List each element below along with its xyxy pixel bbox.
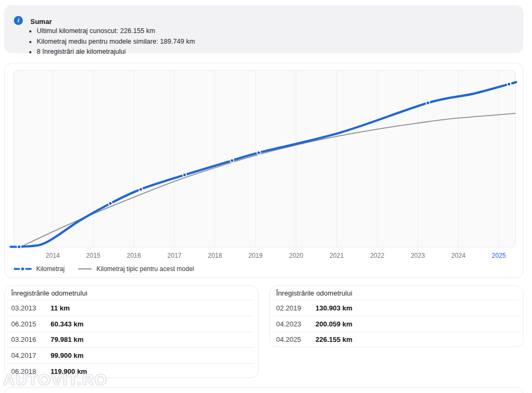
- table-body: 02.2019130.903 km04.2023200.059 km04.202…: [270, 300, 523, 347]
- summary-card: i Sumar Ultimul kilometraj cunoscut: 226…: [4, 5, 523, 53]
- summary-item: 8 înregistrări ale kilometrajului: [37, 48, 195, 56]
- mileage-chart[interactable]: [5, 63, 524, 279]
- x-axis-tick-2025: 2025: [487, 252, 511, 259]
- data-point-04.2017[interactable]: [183, 173, 187, 177]
- x-axis-tick-2014: 2014: [41, 252, 64, 259]
- table-row: 06.201560.343 km: [9, 316, 254, 332]
- x-axis-tick-2016: 2016: [122, 252, 146, 259]
- row-value: 99.900 km: [51, 351, 84, 359]
- x-axis-tick-2023: 2023: [406, 252, 429, 259]
- x-axis-tick-2015: 2015: [81, 252, 105, 259]
- summary-list: Ultimul kilometraj cunoscut: 226.155 kmK…: [29, 27, 195, 59]
- table-row: 02.2019130.903 km: [273, 300, 519, 316]
- summary-title: Sumar: [30, 18, 52, 26]
- legend-label: Kilometraj: [36, 265, 64, 273]
- odometer-table-left: Înregistrările odometrului 03.201311 km0…: [4, 285, 259, 378]
- chart-legend: Kilometraj Kilometraj tipic pentru acest…: [14, 265, 194, 273]
- data-point-06.2018[interactable]: [230, 159, 234, 162]
- info-icon: i: [14, 16, 23, 25]
- x-axis-tick-2020: 2020: [285, 252, 308, 259]
- next-section-card-edge: [4, 387, 523, 393]
- data-point-02.2019[interactable]: [257, 151, 261, 154]
- row-date: 04.2017: [11, 351, 51, 359]
- table-row: 04.2023200.059 km: [273, 316, 519, 332]
- row-date: 04.2023: [276, 320, 315, 328]
- mileage-chart-card: 2014201520162017201820192020202120222023…: [4, 63, 523, 278]
- x-axis-tick-2017: 2017: [163, 252, 186, 259]
- data-point-04.2025[interactable]: [508, 83, 511, 86]
- row-date: 02.2019: [276, 304, 315, 312]
- legend-item-kilometraj: Kilometraj: [14, 265, 64, 273]
- data-point-06.2015[interactable]: [109, 202, 112, 206]
- row-value: 119.900 km: [51, 367, 87, 375]
- odometer-table-right: Înregistrările odometrului 02.2019130.90…: [269, 285, 523, 347]
- x-axis-tick-2024: 2024: [447, 252, 470, 259]
- row-value: 60.343 km: [51, 320, 84, 328]
- table-header: Înregistrările odometrului: [273, 286, 519, 300]
- row-value: 226.155 km: [315, 335, 352, 343]
- x-axis-tick-2019: 2019: [244, 252, 267, 259]
- data-point-03.2013[interactable]: [18, 245, 21, 249]
- row-date: 06.2015: [11, 320, 51, 328]
- row-value: 130.903 km: [315, 304, 352, 312]
- legend-label: Kilometraj tipic pentru acest model: [96, 265, 194, 273]
- row-value: 11 km: [51, 304, 70, 312]
- row-date: 06.2018: [11, 367, 51, 375]
- table-body: 03.201311 km06.201560.343 km03.201679.98…: [5, 300, 258, 379]
- data-point-03.2016[interactable]: [139, 187, 143, 191]
- table-row: 03.201679.981 km: [9, 332, 254, 348]
- summary-item: Kilometraj mediu pentru modele similare:…: [37, 38, 195, 46]
- data-point-04.2023[interactable]: [426, 101, 430, 105]
- table-row: 03.201311 km: [9, 300, 254, 316]
- summary-item: Ultimul kilometraj cunoscut: 226.155 km: [37, 27, 195, 35]
- x-axis-tick-2021: 2021: [325, 252, 348, 259]
- table-header: Înregistrările odometrului: [9, 286, 254, 300]
- kilometraj-line-icon: [14, 267, 32, 271]
- table-row: 06.2018119.900 km: [9, 364, 254, 379]
- table-row: 04.2025226.155 km: [273, 332, 519, 348]
- x-axis-tick-2022: 2022: [365, 252, 389, 259]
- row-date: 04.2025: [276, 335, 315, 343]
- x-axis-tick-2018: 2018: [203, 252, 227, 259]
- row-value: 200.059 km: [315, 320, 352, 328]
- table-row: 04.201799.900 km: [9, 348, 254, 364]
- typical-line-icon: [78, 267, 92, 271]
- row-date: 03.2013: [11, 304, 51, 312]
- row-date: 03.2016: [11, 335, 51, 343]
- legend-item-typical: Kilometraj tipic pentru acest model: [78, 265, 194, 273]
- row-value: 79.981 km: [51, 335, 84, 343]
